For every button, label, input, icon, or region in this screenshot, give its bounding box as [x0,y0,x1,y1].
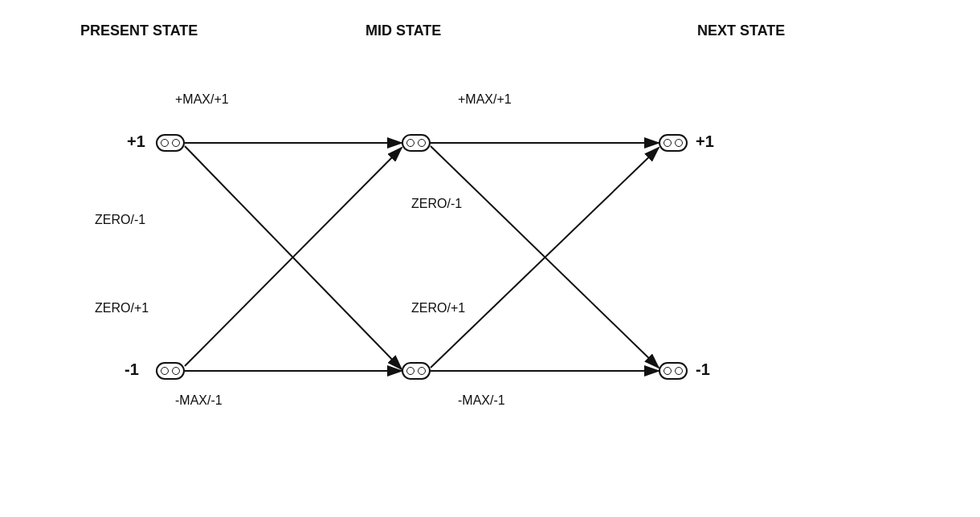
label-present-top-right: +MAX/+1 [175,92,229,107]
svg-line-6 [431,146,659,368]
label-present-bottom-cross: ZERO/+1 [95,301,149,315]
label-present-bottom: -1 [125,360,139,379]
node-mid-top [402,134,431,152]
label-present-top: +1 [127,132,145,151]
node-mid-bottom [402,362,431,380]
label-present-bottom-right: -MAX/-1 [175,393,223,408]
svg-line-2 [185,146,402,369]
node-next-bottom [659,362,688,380]
node-next-top [659,134,688,152]
label-mid-top-cross: ZERO/-1 [411,197,462,211]
node-present-top [156,134,185,152]
header-present-state: PRESENT STATE [80,22,198,39]
header-mid-state: MID STATE [365,22,441,39]
node-present-bottom [156,362,185,380]
diagram-container: PRESENT STATE MID STATE NEXT STATE [0,0,980,517]
svg-line-3 [185,148,402,366]
label-mid-top-right: +MAX/+1 [458,92,512,107]
header-next-state: NEXT STATE [697,22,785,39]
label-next-bottom: -1 [696,360,710,379]
label-present-top-cross: ZERO/-1 [95,213,145,227]
label-next-top: +1 [696,132,714,151]
label-mid-bottom-right: -MAX/-1 [458,393,505,408]
label-mid-bottom-cross: ZERO/+1 [411,301,465,315]
arrows-svg [0,0,980,517]
svg-line-7 [431,148,659,368]
